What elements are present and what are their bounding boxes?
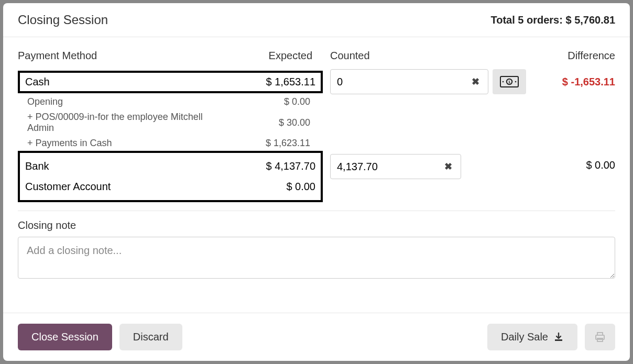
- money-bill-icon: 1: [500, 76, 519, 87]
- print-icon: [594, 332, 606, 343]
- cash-detail-label: Opening: [18, 94, 212, 109]
- footer-right: Daily Sale: [487, 324, 615, 350]
- modal-body: Payment Method Expected Counted Differen…: [3, 37, 630, 313]
- cash-detail-label: + Payments in Cash: [18, 136, 212, 151]
- footer-left: Close Session Discard: [18, 324, 182, 350]
- print-button[interactable]: [585, 324, 615, 350]
- header-expected: Expected: [212, 50, 323, 69]
- orders-summary: Total 5 orders: $ 5,760.81: [490, 14, 615, 26]
- bank-difference: $ 0.00: [586, 159, 615, 171]
- cash-detail-row: + POS/00009-in-for the employee Mitchell…: [18, 109, 615, 136]
- modal-footer: Close Session Discard Daily Sale: [3, 313, 630, 361]
- clear-icon[interactable]: ✖: [442, 161, 454, 172]
- bank-label: Bank: [25, 160, 49, 172]
- divider: [18, 211, 615, 211]
- header-counted: Counted: [323, 50, 526, 69]
- customer-account-label: Customer Account: [25, 181, 111, 193]
- cash-detail-row: + Payments in Cash $ 1,623.11: [18, 136, 615, 151]
- payment-methods-table: Payment Method Expected Counted Differen…: [18, 50, 615, 202]
- cash-counted-wrap: ✖ 1: [330, 69, 526, 94]
- table-header-row: Payment Method Expected Counted Differen…: [18, 50, 615, 69]
- other-methods-row: Bank $ 4,137.70 Customer Account $ 0.00 …: [18, 151, 615, 202]
- modal-header: Closing Session Total 5 orders: $ 5,760.…: [3, 3, 630, 37]
- customer-account-expected: $ 0.00: [286, 181, 315, 193]
- bank-expected: $ 4,137.70: [266, 160, 315, 172]
- cash-counted-input[interactable]: [337, 76, 470, 88]
- header-payment-method: Payment Method: [18, 50, 212, 69]
- bank-counted-group[interactable]: ✖: [330, 154, 461, 179]
- download-icon: [553, 332, 564, 343]
- daily-sale-label: Daily Sale: [501, 331, 548, 343]
- cash-detail-value: $ 30.00: [212, 109, 323, 136]
- cash-detail-row: Opening $ 0.00: [18, 94, 615, 109]
- header-difference: Difference: [526, 50, 615, 69]
- cash-box: Cash $ 1,653.11: [18, 71, 323, 93]
- cash-row: Cash $ 1,653.11 ✖: [18, 69, 615, 94]
- bank-row: Bank $ 4,137.70: [25, 156, 315, 177]
- closing-session-modal: Closing Session Total 5 orders: $ 5,760.…: [3, 3, 630, 361]
- clear-icon[interactable]: ✖: [470, 76, 482, 87]
- cash-detail-value: $ 1,623.11: [212, 136, 323, 151]
- discard-button[interactable]: Discard: [119, 324, 182, 350]
- close-session-button[interactable]: Close Session: [18, 324, 112, 350]
- cash-label: Cash: [25, 76, 50, 88]
- cash-difference: $ -1,653.11: [562, 76, 615, 87]
- cash-detail-label: + POS/00009-in-for the employee Mitchell…: [18, 109, 212, 136]
- cash-detail-value: $ 0.00: [212, 94, 323, 109]
- svg-point-3: [503, 81, 504, 83]
- svg-rect-5: [555, 339, 562, 341]
- daily-sale-button[interactable]: Daily Sale: [487, 324, 577, 350]
- cash-counted-group[interactable]: ✖: [330, 69, 488, 94]
- bank-counted-input[interactable]: [337, 161, 442, 173]
- customer-account-row: Customer Account $ 0.00: [25, 177, 315, 197]
- svg-point-4: [515, 81, 517, 83]
- cash-expected: $ 1,653.11: [266, 76, 315, 88]
- other-methods-box: Bank $ 4,137.70 Customer Account $ 0.00: [18, 151, 323, 202]
- money-bill-button[interactable]: 1: [493, 69, 526, 94]
- closing-note-input[interactable]: [18, 237, 615, 279]
- closing-note-label: Closing note: [18, 219, 615, 231]
- modal-title: Closing Session: [18, 13, 108, 27]
- svg-text:1: 1: [508, 80, 511, 84]
